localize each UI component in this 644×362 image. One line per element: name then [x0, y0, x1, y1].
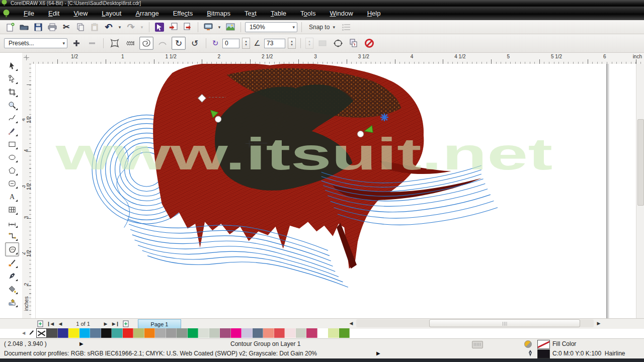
ellipse-tool[interactable]: [6, 151, 19, 164]
rotate-ccw-icon[interactable]: ↺: [188, 37, 201, 49]
vertical-ruler[interactable]: 4 1/2 4 3 1/2 3 2 1/2 2 inches: [22, 64, 32, 318]
app-logo-icon[interactable]: [3, 10, 10, 17]
disabled-spinner[interactable]: ▲▼: [305, 38, 313, 49]
distort-tool[interactable]: [5, 242, 19, 256]
palette-swatch[interactable]: [220, 328, 231, 338]
palette-swatch[interactable]: [231, 328, 242, 338]
menu-item[interactable]: Arrange: [128, 8, 166, 19]
menu-item[interactable]: Window: [323, 8, 360, 19]
previous-page-icon[interactable]: ◀: [55, 319, 65, 328]
text-tool[interactable]: A: [6, 190, 19, 203]
palette-swatch[interactable]: [285, 328, 296, 338]
print-icon[interactable]: [46, 22, 58, 33]
palette-swatch[interactable]: [188, 328, 199, 338]
palette-swatch[interactable]: [155, 328, 166, 338]
palette-swatch[interactable]: [133, 328, 144, 338]
welcome-screen-dropdown-icon[interactable]: ▾: [216, 22, 222, 33]
rectangle-tool[interactable]: [6, 138, 19, 151]
center-distortion-icon[interactable]: [332, 37, 345, 49]
paste-icon[interactable]: [89, 22, 101, 33]
complete-rotations-field[interactable]: 0: [222, 39, 239, 48]
snap-to-button[interactable]: Snap to ▾: [306, 22, 338, 32]
palette-swatch[interactable]: [253, 328, 264, 338]
menu-item[interactable]: View: [66, 8, 95, 19]
freehand-tool[interactable]: [6, 112, 19, 125]
add-page-before-icon[interactable]: [35, 319, 45, 328]
table-tool[interactable]: [6, 203, 19, 216]
welcome-screen-icon[interactable]: [202, 22, 214, 33]
palette-swatch[interactable]: [263, 328, 274, 338]
menu-item[interactable]: Tools: [293, 8, 323, 19]
export-icon[interactable]: [182, 22, 194, 33]
vertical-scrollbar[interactable]: [636, 64, 644, 318]
palette-swatch[interactable]: [166, 328, 177, 338]
copy-distortion-icon[interactable]: [347, 37, 360, 49]
undo-dropdown-icon[interactable]: ▾: [117, 22, 123, 33]
menu-item[interactable]: Bitmaps: [200, 8, 237, 19]
circle-handle[interactable]: [357, 131, 363, 137]
palette-swatch[interactable]: [47, 328, 58, 338]
palette-swatch[interactable]: [79, 328, 91, 338]
circle-handle[interactable]: [215, 116, 221, 122]
redo-icon[interactable]: ↷: [125, 22, 137, 33]
additional-degrees-field[interactable]: 73: [264, 39, 285, 48]
pick-tool[interactable]: [6, 59, 19, 72]
additional-degrees-spinner[interactable]: ▲▼: [288, 38, 296, 49]
palette-swatch[interactable]: [296, 328, 307, 338]
straight-line-connector-tool[interactable]: [6, 229, 19, 242]
copy-icon[interactable]: [74, 22, 87, 33]
horizontal-ruler[interactable]: 1/2 1 1 1/2 2 2 1/2 3 3 1/2 4 4 1/2 5 5 …: [31, 53, 644, 64]
menu-item[interactable]: Text: [237, 8, 264, 19]
menu-item[interactable]: Effects: [166, 8, 200, 19]
redo-dropdown-icon[interactable]: ▾: [139, 22, 145, 33]
palette-swatch[interactable]: [58, 328, 69, 338]
open-icon[interactable]: [18, 22, 30, 33]
fill-tool[interactable]: [6, 283, 19, 296]
clear-distortion-icon[interactable]: [363, 37, 376, 49]
interactive-fill-tool[interactable]: [6, 296, 19, 309]
horizontal-scrollbar[interactable]: ◀ ▶: [346, 319, 604, 328]
palette-swatch[interactable]: [101, 328, 112, 338]
palette-swatch[interactable]: [123, 328, 134, 338]
application-launcher-icon[interactable]: [153, 22, 166, 33]
add-page-after-icon[interactable]: [121, 319, 131, 328]
zoom-level-combobox[interactable]: 150% ▾: [245, 22, 297, 32]
menu-item[interactable]: Edit: [41, 8, 66, 19]
profiles-flyout-icon[interactable]: ▶: [376, 350, 380, 356]
menu-item[interactable]: Layout: [95, 8, 128, 19]
vertical-scrollbar-thumb[interactable]: [637, 119, 644, 206]
menu-item[interactable]: Help: [360, 8, 388, 19]
shape-tool[interactable]: [6, 72, 19, 85]
connect-icon[interactable]: [224, 22, 236, 33]
palette-swatch[interactable]: [90, 328, 101, 338]
palette-swatch[interactable]: [306, 328, 317, 338]
cut-icon[interactable]: ✂: [60, 22, 72, 33]
palette-swatch[interactable]: [68, 328, 79, 338]
push-pull-distortion-icon[interactable]: [108, 37, 121, 49]
crop-tool[interactable]: [6, 85, 19, 99]
rotate-cw-icon[interactable]: ↻: [172, 37, 186, 50]
palette-swatch[interactable]: [177, 328, 188, 338]
zoom-tool[interactable]: [6, 99, 19, 112]
presets-dropdown[interactable]: Presets... ▾: [4, 38, 67, 48]
next-page-icon[interactable]: ▶: [101, 319, 111, 328]
add-preset-icon[interactable]: [70, 37, 83, 49]
smooth-distortion-icon[interactable]: [156, 37, 169, 49]
status-flyout-icon[interactable]: ▶: [79, 341, 84, 346]
palette-swatch[interactable]: [328, 328, 339, 338]
complete-rotations-spinner[interactable]: ▲▼: [242, 38, 250, 49]
outline-pen-tool[interactable]: [6, 269, 19, 283]
twister-distortion-icon[interactable]: [139, 37, 153, 50]
blue-star-handle[interactable]: [380, 114, 388, 121]
save-icon[interactable]: [32, 22, 44, 33]
artistic-media-tool[interactable]: [6, 125, 19, 138]
polygon-tool[interactable]: [6, 164, 19, 177]
color-eyedropper-tool[interactable]: [6, 256, 19, 269]
import-icon[interactable]: [168, 22, 180, 33]
menu-item[interactable]: File: [17, 8, 41, 19]
palette-swatch[interactable]: [112, 328, 123, 338]
outline-color-swatch[interactable]: [537, 349, 550, 358]
title-bar[interactable]: CorelDRAW X6 (64-Bit) - [C:\Users\Saud\D…: [0, 0, 644, 7]
palette-eyedropper-icon[interactable]: [27, 330, 34, 337]
undo-icon[interactable]: ↶: [103, 22, 115, 33]
